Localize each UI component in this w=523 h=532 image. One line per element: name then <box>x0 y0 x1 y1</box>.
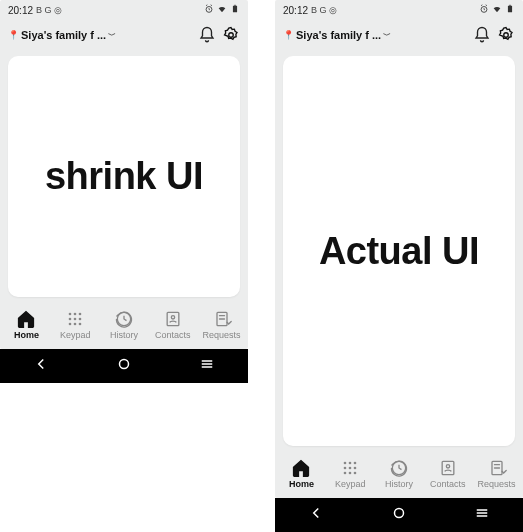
family-selector[interactable]: 📍 Siya's family f ... ﹀ <box>283 29 391 41</box>
svg-point-35 <box>394 509 403 518</box>
svg-point-28 <box>344 471 347 474</box>
svg-point-11 <box>74 322 77 325</box>
tab-contacts[interactable]: Contacts <box>423 458 472 489</box>
tab-requests[interactable]: Requests <box>197 309 246 340</box>
header-actions <box>198 26 240 44</box>
android-nav-bar <box>0 349 248 383</box>
android-back-button[interactable] <box>307 504 325 526</box>
tab-history[interactable]: History <box>375 458 424 489</box>
app-header: 📍 Siya's family f ... ﹀ <box>0 20 248 50</box>
svg-point-24 <box>354 461 357 464</box>
tab-keypad[interactable]: Keypad <box>326 458 375 489</box>
svg-point-27 <box>354 466 357 469</box>
gear-icon[interactable] <box>222 26 240 44</box>
svg-point-9 <box>79 317 82 320</box>
status-bar-left: 20:12 B G ◎ <box>283 5 337 16</box>
status-time: 20:12 <box>8 5 33 16</box>
svg-point-25 <box>344 466 347 469</box>
battery-icon <box>230 4 240 16</box>
main-card: shrink UI <box>8 56 240 297</box>
battery-icon <box>505 4 515 16</box>
svg-point-17 <box>119 360 128 369</box>
svg-point-5 <box>74 312 77 315</box>
bell-icon[interactable] <box>473 26 491 44</box>
card-area: Actual UI <box>275 50 523 450</box>
svg-rect-2 <box>234 5 236 6</box>
status-bar: 20:12 B G ◎ <box>0 0 248 20</box>
svg-rect-19 <box>508 6 512 13</box>
android-home-button[interactable] <box>390 504 408 526</box>
svg-point-30 <box>354 471 357 474</box>
svg-point-6 <box>79 312 82 315</box>
svg-point-22 <box>344 461 347 464</box>
phone-body: 20:12 B G ◎ 📍 Siya's family f ... ﹀ <box>0 0 248 349</box>
status-bar: 20:12 B G ◎ <box>275 0 523 20</box>
svg-point-21 <box>504 33 509 38</box>
alarm-icon <box>204 4 214 16</box>
svg-point-10 <box>69 322 72 325</box>
breadcrumb-text: Siya's family f ... <box>21 29 106 41</box>
android-nav-bar <box>275 498 523 532</box>
android-back-button[interactable] <box>32 355 50 377</box>
svg-point-23 <box>349 461 352 464</box>
tab-label: Home <box>289 479 314 489</box>
tab-label: Keypad <box>335 479 366 489</box>
svg-point-15 <box>171 315 174 318</box>
pin-icon: 📍 <box>283 30 294 40</box>
svg-point-7 <box>69 317 72 320</box>
svg-point-8 <box>74 317 77 320</box>
tab-contacts[interactable]: Contacts <box>148 309 197 340</box>
phone-mock-actual: 20:12 B G ◎ 📍 Siya's family f ... ﹀ <box>275 0 523 532</box>
header-actions <box>473 26 515 44</box>
tab-history[interactable]: History <box>100 309 149 340</box>
gear-icon[interactable] <box>497 26 515 44</box>
svg-point-12 <box>79 322 82 325</box>
wifi-icon <box>217 4 227 16</box>
tab-requests[interactable]: Requests <box>472 458 521 489</box>
tab-label: History <box>385 479 413 489</box>
alarm-icon <box>479 4 489 16</box>
tab-label: Home <box>14 330 39 340</box>
wifi-icon <box>492 4 502 16</box>
status-bar-right <box>479 4 515 16</box>
svg-point-26 <box>349 466 352 469</box>
phone-body: 20:12 B G ◎ 📍 Siya's family f ... ﹀ <box>275 0 523 498</box>
pin-icon: 📍 <box>8 30 19 40</box>
card-text: Actual UI <box>319 230 479 273</box>
tab-label: Requests <box>478 479 516 489</box>
app-header: 📍 Siya's family f ... ﹀ <box>275 20 523 50</box>
svg-point-4 <box>69 312 72 315</box>
tab-label: Contacts <box>155 330 191 340</box>
tab-label: Contacts <box>430 479 466 489</box>
status-time: 20:12 <box>283 5 308 16</box>
tab-label: Keypad <box>60 330 91 340</box>
svg-rect-1 <box>233 6 237 13</box>
tab-label: History <box>110 330 138 340</box>
svg-point-29 <box>349 471 352 474</box>
status-indicators: B G ◎ <box>36 5 62 15</box>
svg-point-3 <box>229 33 234 38</box>
tab-label: Requests <box>203 330 241 340</box>
phone-mock-shrink: 20:12 B G ◎ 📍 Siya's family f ... ﹀ <box>0 0 248 383</box>
status-indicators: B G ◎ <box>311 5 337 15</box>
bottom-nav: Home Keypad History Contacts Requests <box>0 301 248 349</box>
tab-home[interactable]: Home <box>277 458 326 489</box>
card-text: shrink UI <box>45 155 203 198</box>
status-bar-left: 20:12 B G ◎ <box>8 5 62 16</box>
family-selector[interactable]: 📍 Siya's family f ... ﹀ <box>8 29 116 41</box>
chevron-down-icon: ﹀ <box>383 30 391 41</box>
bottom-nav: Home Keypad History Contacts Requests <box>275 450 523 498</box>
android-home-button[interactable] <box>115 355 133 377</box>
tab-home[interactable]: Home <box>2 309 51 340</box>
breadcrumb-text: Siya's family f ... <box>296 29 381 41</box>
main-card: Actual UI <box>283 56 515 446</box>
android-recents-button[interactable] <box>198 355 216 377</box>
status-bar-right <box>204 4 240 16</box>
bell-icon[interactable] <box>198 26 216 44</box>
svg-point-33 <box>446 464 449 467</box>
chevron-down-icon: ﹀ <box>108 30 116 41</box>
android-recents-button[interactable] <box>473 504 491 526</box>
card-area: shrink UI <box>0 50 248 301</box>
tab-keypad[interactable]: Keypad <box>51 309 100 340</box>
svg-rect-20 <box>509 5 511 6</box>
